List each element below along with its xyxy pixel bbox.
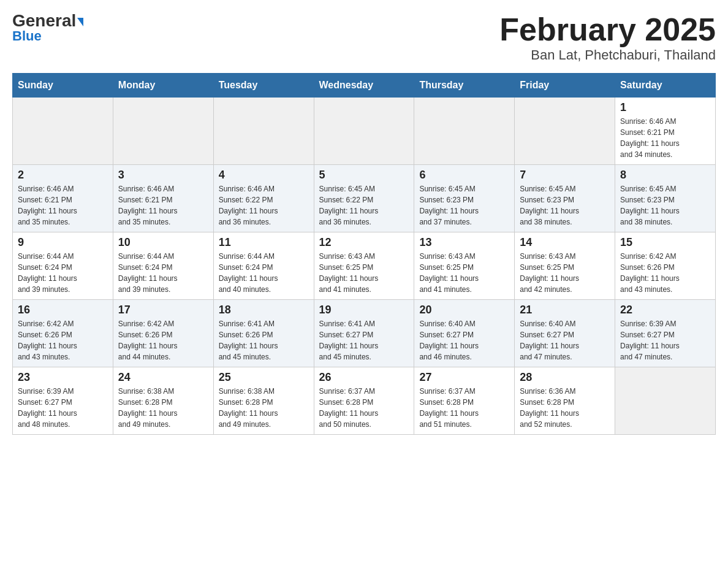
page-header: General Blue February 2025 Ban Lat, Phet… (12, 12, 716, 63)
calendar-cell: 25Sunrise: 6:38 AM Sunset: 6:28 PM Dayli… (213, 367, 314, 435)
calendar-cell: 11Sunrise: 6:44 AM Sunset: 6:24 PM Dayli… (213, 232, 314, 300)
day-number: 18 (219, 304, 309, 316)
calendar-body: 1Sunrise: 6:46 AM Sunset: 6:21 PM Daylig… (13, 98, 716, 435)
day-info: Sunrise: 6:45 AM Sunset: 6:22 PM Dayligh… (319, 183, 409, 228)
calendar-cell: 1Sunrise: 6:46 AM Sunset: 6:21 PM Daylig… (615, 98, 716, 165)
day-number: 1 (620, 101, 710, 114)
day-number: 19 (319, 304, 409, 316)
logo-general: General (12, 12, 83, 29)
day-info: Sunrise: 6:37 AM Sunset: 6:28 PM Dayligh… (419, 386, 509, 430)
week-row-1: 2Sunrise: 6:46 AM Sunset: 6:21 PM Daylig… (13, 165, 716, 232)
calendar-cell (113, 98, 213, 165)
day-info: Sunrise: 6:42 AM Sunset: 6:26 PM Dayligh… (620, 251, 710, 295)
day-number: 15 (620, 236, 710, 249)
calendar-cell: 6Sunrise: 6:45 AM Sunset: 6:23 PM Daylig… (414, 165, 515, 232)
weekday-header-thursday: Thursday (414, 74, 515, 98)
calendar-cell: 10Sunrise: 6:44 AM Sunset: 6:24 PM Dayli… (113, 232, 213, 300)
calendar-cell: 4Sunrise: 6:46 AM Sunset: 6:22 PM Daylig… (213, 165, 314, 232)
calendar-cell: 16Sunrise: 6:42 AM Sunset: 6:26 PM Dayli… (13, 300, 113, 367)
week-row-3: 16Sunrise: 6:42 AM Sunset: 6:26 PM Dayli… (13, 300, 716, 367)
day-number: 9 (18, 236, 108, 249)
logo-blue: Blue (12, 28, 42, 44)
calendar-cell: 9Sunrise: 6:44 AM Sunset: 6:24 PM Daylig… (13, 232, 113, 300)
day-info: Sunrise: 6:40 AM Sunset: 6:27 PM Dayligh… (520, 318, 610, 362)
calendar-cell: 20Sunrise: 6:40 AM Sunset: 6:27 PM Dayli… (414, 300, 515, 367)
calendar-table: SundayMondayTuesdayWednesdayThursdayFrid… (12, 73, 716, 435)
calendar-cell: 7Sunrise: 6:45 AM Sunset: 6:23 PM Daylig… (515, 165, 615, 232)
day-info: Sunrise: 6:45 AM Sunset: 6:23 PM Dayligh… (419, 183, 509, 228)
day-number: 14 (520, 236, 610, 249)
calendar-subtitle: Ban Lat, Phetchaburi, Thailand (499, 47, 716, 63)
day-info: Sunrise: 6:44 AM Sunset: 6:24 PM Dayligh… (18, 251, 108, 295)
day-number: 23 (18, 371, 108, 384)
calendar-cell: 28Sunrise: 6:36 AM Sunset: 6:28 PM Dayli… (515, 367, 615, 435)
day-info: Sunrise: 6:41 AM Sunset: 6:26 PM Dayligh… (219, 318, 309, 362)
day-info: Sunrise: 6:40 AM Sunset: 6:27 PM Dayligh… (419, 318, 509, 362)
calendar-cell: 5Sunrise: 6:45 AM Sunset: 6:22 PM Daylig… (314, 165, 414, 232)
day-info: Sunrise: 6:41 AM Sunset: 6:27 PM Dayligh… (319, 318, 409, 362)
calendar-cell: 18Sunrise: 6:41 AM Sunset: 6:26 PM Dayli… (213, 300, 314, 367)
day-number: 20 (419, 304, 509, 316)
weekday-header-friday: Friday (515, 74, 615, 98)
day-number: 10 (118, 236, 208, 249)
day-number: 27 (419, 371, 509, 384)
weekday-header-monday: Monday (113, 74, 213, 98)
weekday-row: SundayMondayTuesdayWednesdayThursdayFrid… (13, 74, 716, 98)
day-info: Sunrise: 6:38 AM Sunset: 6:28 PM Dayligh… (118, 386, 208, 430)
day-info: Sunrise: 6:44 AM Sunset: 6:24 PM Dayligh… (219, 251, 309, 295)
day-info: Sunrise: 6:36 AM Sunset: 6:28 PM Dayligh… (520, 386, 610, 430)
day-number: 8 (620, 169, 710, 182)
day-number: 4 (219, 169, 309, 182)
calendar-cell: 17Sunrise: 6:42 AM Sunset: 6:26 PM Dayli… (113, 300, 213, 367)
calendar-cell: 21Sunrise: 6:40 AM Sunset: 6:27 PM Dayli… (515, 300, 615, 367)
calendar-cell (615, 367, 716, 435)
calendar-cell: 22Sunrise: 6:39 AM Sunset: 6:27 PM Dayli… (615, 300, 716, 367)
day-info: Sunrise: 6:46 AM Sunset: 6:22 PM Dayligh… (219, 183, 309, 228)
day-info: Sunrise: 6:43 AM Sunset: 6:25 PM Dayligh… (319, 251, 409, 295)
day-number: 11 (219, 236, 309, 249)
week-row-4: 23Sunrise: 6:39 AM Sunset: 6:27 PM Dayli… (13, 367, 716, 435)
day-info: Sunrise: 6:46 AM Sunset: 6:21 PM Dayligh… (18, 183, 108, 228)
day-number: 2 (18, 169, 108, 182)
day-number: 21 (520, 304, 610, 316)
calendar-cell: 2Sunrise: 6:46 AM Sunset: 6:21 PM Daylig… (13, 165, 113, 232)
day-number: 6 (419, 169, 509, 182)
calendar-cell: 24Sunrise: 6:38 AM Sunset: 6:28 PM Dayli… (113, 367, 213, 435)
day-info: Sunrise: 6:43 AM Sunset: 6:25 PM Dayligh… (520, 251, 610, 295)
logo-arrow-icon (77, 18, 83, 26)
day-info: Sunrise: 6:39 AM Sunset: 6:27 PM Dayligh… (18, 386, 108, 430)
week-row-2: 9Sunrise: 6:44 AM Sunset: 6:24 PM Daylig… (13, 232, 716, 300)
day-number: 3 (118, 169, 208, 182)
weekday-header-saturday: Saturday (615, 74, 716, 98)
week-row-0: 1Sunrise: 6:46 AM Sunset: 6:21 PM Daylig… (13, 98, 716, 165)
day-info: Sunrise: 6:37 AM Sunset: 6:28 PM Dayligh… (319, 386, 409, 430)
calendar-cell (213, 98, 314, 165)
calendar-cell: 26Sunrise: 6:37 AM Sunset: 6:28 PM Dayli… (314, 367, 414, 435)
day-number: 12 (319, 236, 409, 249)
day-info: Sunrise: 6:46 AM Sunset: 6:21 PM Dayligh… (620, 116, 710, 160)
day-info: Sunrise: 6:42 AM Sunset: 6:26 PM Dayligh… (18, 318, 108, 362)
day-info: Sunrise: 6:44 AM Sunset: 6:24 PM Dayligh… (118, 251, 208, 295)
calendar-cell (13, 98, 113, 165)
calendar-cell: 8Sunrise: 6:45 AM Sunset: 6:23 PM Daylig… (615, 165, 716, 232)
calendar-cell (314, 98, 414, 165)
day-number: 25 (219, 371, 309, 384)
calendar-cell: 27Sunrise: 6:37 AM Sunset: 6:28 PM Dayli… (414, 367, 515, 435)
day-info: Sunrise: 6:43 AM Sunset: 6:25 PM Dayligh… (419, 251, 509, 295)
day-number: 24 (118, 371, 208, 384)
day-info: Sunrise: 6:38 AM Sunset: 6:28 PM Dayligh… (219, 386, 309, 430)
calendar-cell: 13Sunrise: 6:43 AM Sunset: 6:25 PM Dayli… (414, 232, 515, 300)
calendar-cell: 15Sunrise: 6:42 AM Sunset: 6:26 PM Dayli… (615, 232, 716, 300)
weekday-header-wednesday: Wednesday (314, 74, 414, 98)
day-info: Sunrise: 6:42 AM Sunset: 6:26 PM Dayligh… (118, 318, 208, 362)
calendar-cell: 19Sunrise: 6:41 AM Sunset: 6:27 PM Dayli… (314, 300, 414, 367)
weekday-header-sunday: Sunday (13, 74, 113, 98)
calendar-cell (414, 98, 515, 165)
day-info: Sunrise: 6:39 AM Sunset: 6:27 PM Dayligh… (620, 318, 710, 362)
day-number: 26 (319, 371, 409, 384)
logo: General Blue (12, 12, 83, 44)
day-info: Sunrise: 6:45 AM Sunset: 6:23 PM Dayligh… (620, 183, 710, 228)
calendar-cell (515, 98, 615, 165)
calendar-cell: 3Sunrise: 6:46 AM Sunset: 6:21 PM Daylig… (113, 165, 213, 232)
day-number: 28 (520, 371, 610, 384)
